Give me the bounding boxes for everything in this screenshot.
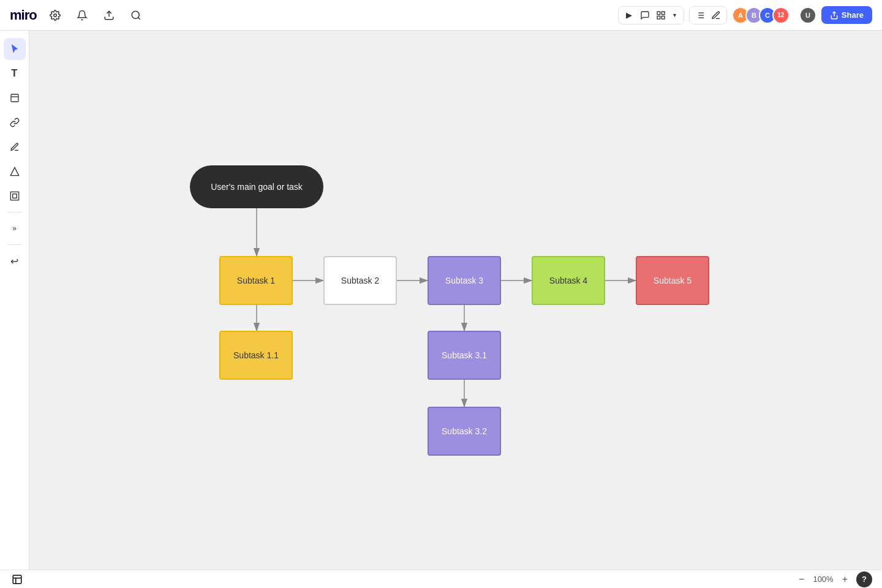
svg-marker-17 [10,167,18,175]
svg-rect-15 [11,94,18,102]
shapes-tool[interactable] [4,160,26,183]
marker-icon[interactable] [709,9,723,22]
subtask-4-label: Subtask 4 [549,276,587,285]
more-tools-button[interactable]: » [4,217,26,239]
text-tool[interactable]: T [4,62,26,85]
subtask-2-label: Subtask 2 [341,276,379,285]
svg-rect-18 [10,192,18,200]
svg-rect-5 [662,12,665,15]
subtask-31-label: Subtask 3.1 [442,350,487,360]
subtask-3-node[interactable]: Subtask 3 [428,256,501,305]
filter-icon[interactable] [693,9,707,22]
subtask-11-node[interactable]: Subtask 1.1 [219,331,293,380]
toolbar-divider-2 [7,244,22,245]
zoom-controls: − 100% + ? [795,571,872,587]
subtask-5-node[interactable]: Subtask 5 [636,256,709,305]
avatar-count: 12 [772,7,790,24]
search-icon[interactable] [127,7,145,24]
subtask-1-node[interactable]: Subtask 1 [219,256,293,305]
svg-rect-7 [662,16,665,19]
diagram: User's main goal or task Subtask 1 Subta… [29,31,882,570]
gear-icon[interactable] [47,7,64,24]
bottom-bar: − 100% + ? [0,570,882,588]
action-controls [689,6,727,24]
header-left: miro [10,7,145,24]
subtask-11-label: Subtask 1.1 [233,350,279,360]
comment-icon[interactable] [638,9,652,22]
header: miro ▶ ▾ [0,0,882,31]
subtask-32-label: Subtask 3.2 [442,426,487,436]
subtask-2-node[interactable]: Subtask 2 [323,256,397,305]
svg-rect-29 [13,575,21,584]
help-button[interactable]: ? [856,571,872,587]
share-label: Share [842,10,864,20]
chevron-down-icon[interactable]: ▾ [670,9,680,22]
present-icon[interactable]: ▶ [622,9,636,22]
select-tool[interactable] [4,38,26,60]
svg-rect-4 [657,12,660,15]
miro-logo[interactable]: miro [10,7,37,23]
subtask-1-label: Subtask 1 [237,276,275,285]
zoom-in-button[interactable]: + [839,573,851,586]
zoom-out-button[interactable]: − [795,573,808,586]
zoom-level: 100% [813,575,833,584]
subtask-3-label: Subtask 3 [445,276,483,285]
header-right: ▶ ▾ A B C 12 U Share [618,6,872,24]
frames-tool[interactable] [4,185,26,207]
canvas[interactable]: User's main goal or task Subtask 1 Subta… [29,31,882,570]
current-user-avatar: U [799,7,816,24]
sticky-note-tool[interactable] [4,87,26,109]
svg-line-3 [138,17,140,19]
bell-icon[interactable] [74,7,91,24]
share-button[interactable]: Share [821,6,872,24]
svg-point-2 [132,11,139,18]
subtask-32-node[interactable]: Subtask 3.2 [428,407,501,456]
board-thumbnail-icon[interactable] [10,572,24,587]
left-toolbar: T » ↩ [0,31,29,570]
board-view-icon[interactable] [654,9,668,22]
subtask-31-node[interactable]: Subtask 3.1 [428,331,501,380]
link-tool[interactable] [4,111,26,134]
subtask-4-node[interactable]: Subtask 4 [532,256,605,305]
undo-button[interactable]: ↩ [4,250,26,272]
svg-rect-6 [657,16,660,19]
view-controls: ▶ ▾ [618,6,684,24]
collaborators-avatars: A B C 12 [732,7,790,24]
svg-rect-19 [12,194,17,198]
goal-label: User's main goal or task [211,182,303,192]
toolbar-divider [7,212,22,213]
upload-icon[interactable] [100,7,118,24]
svg-point-0 [53,13,56,17]
subtask-5-label: Subtask 5 [654,276,692,285]
goal-node[interactable]: User's main goal or task [190,165,323,208]
pen-tool[interactable] [4,136,26,158]
